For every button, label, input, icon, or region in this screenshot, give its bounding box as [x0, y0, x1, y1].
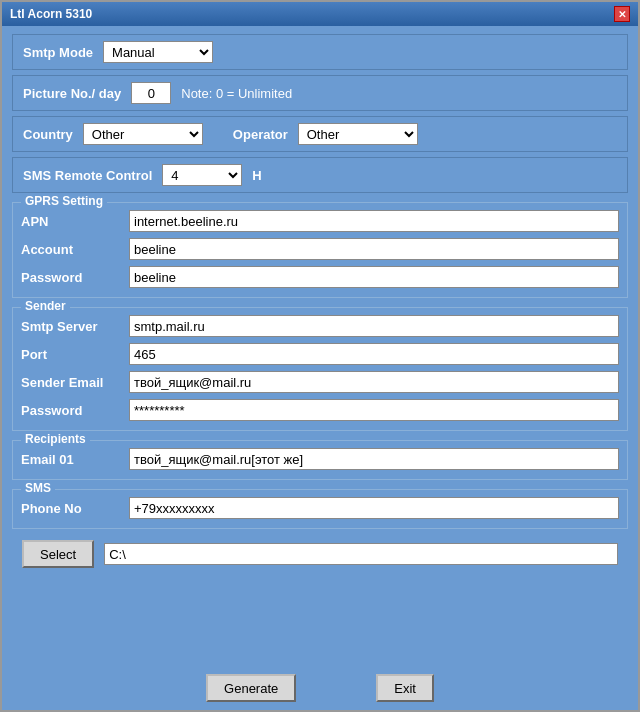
recipients-legend: Recipients	[21, 432, 90, 446]
picture-note: Note: 0 = Unlimited	[181, 86, 292, 101]
smtp-server-input[interactable]	[129, 315, 619, 337]
phone-label: Phone No	[21, 501, 121, 516]
smtp-server-label: Smtp Server	[21, 319, 121, 334]
gprs-legend: GPRS Setting	[21, 194, 107, 208]
smtp-mode-label: Smtp Mode	[23, 45, 93, 60]
port-label: Port	[21, 347, 121, 362]
apn-input[interactable]	[129, 210, 619, 232]
sms-remote-unit: H	[252, 168, 261, 183]
sender-password-input[interactable]	[129, 399, 619, 421]
email01-row: Email 01	[21, 445, 619, 473]
sms-remote-row: SMS Remote Control 4 1 2 3 5 H	[12, 157, 628, 193]
email01-label: Email 01	[21, 452, 121, 467]
account-input[interactable]	[129, 238, 619, 260]
smtp-mode-row: Smtp Mode Manual Auto	[12, 34, 628, 70]
sms-remote-label: SMS Remote Control	[23, 168, 152, 183]
phone-row: Phone No	[21, 494, 619, 522]
select-row: Select	[12, 534, 628, 574]
port-row: Port	[21, 340, 619, 368]
gprs-group: GPRS Setting APN Account Password	[12, 202, 628, 298]
sender-email-input[interactable]	[129, 371, 619, 393]
picture-label: Picture No./ day	[23, 86, 121, 101]
sender-password-label: Password	[21, 403, 121, 418]
phone-input[interactable]	[129, 497, 619, 519]
port-input[interactable]	[129, 343, 619, 365]
sender-legend: Sender	[21, 299, 70, 313]
email01-input[interactable]	[129, 448, 619, 470]
smtp-server-row: Smtp Server	[21, 312, 619, 340]
sender-group: Sender Smtp Server Port Sender Email Pas…	[12, 307, 628, 431]
operator-select[interactable]: Other Beeline MTS	[298, 123, 418, 145]
gprs-password-input[interactable]	[129, 266, 619, 288]
smtp-mode-select[interactable]: Manual Auto	[103, 41, 213, 63]
select-button[interactable]: Select	[22, 540, 94, 568]
picture-input[interactable]	[131, 82, 171, 104]
sms-legend: SMS	[21, 481, 55, 495]
operator-label: Operator	[233, 127, 288, 142]
sms-remote-select[interactable]: 4 1 2 3 5	[162, 164, 242, 186]
sender-password-row: Password	[21, 396, 619, 424]
main-content: Smtp Mode Manual Auto Picture No./ day N…	[2, 26, 638, 666]
picture-row: Picture No./ day Note: 0 = Unlimited	[12, 75, 628, 111]
window-title: LtI Acorn 5310	[10, 7, 92, 21]
generate-button[interactable]: Generate	[206, 674, 296, 702]
main-window: LtI Acorn 5310 ✕ Smtp Mode Manual Auto P…	[0, 0, 640, 712]
gprs-password-row: Password	[21, 263, 619, 291]
path-input[interactable]	[104, 543, 618, 565]
sms-group: SMS Phone No	[12, 489, 628, 529]
footer: Generate Exit	[2, 666, 638, 710]
country-label: Country	[23, 127, 73, 142]
account-label: Account	[21, 242, 121, 257]
gprs-password-label: Password	[21, 270, 121, 285]
sender-email-label: Sender Email	[21, 375, 121, 390]
apn-label: APN	[21, 214, 121, 229]
close-button[interactable]: ✕	[614, 6, 630, 22]
sender-email-row: Sender Email	[21, 368, 619, 396]
exit-button[interactable]: Exit	[376, 674, 434, 702]
apn-row: APN	[21, 207, 619, 235]
account-row: Account	[21, 235, 619, 263]
recipients-group: Recipients Email 01	[12, 440, 628, 480]
country-operator-row: Country Other Russia USA Operator Other …	[12, 116, 628, 152]
title-bar: LtI Acorn 5310 ✕	[2, 2, 638, 26]
country-select[interactable]: Other Russia USA	[83, 123, 203, 145]
